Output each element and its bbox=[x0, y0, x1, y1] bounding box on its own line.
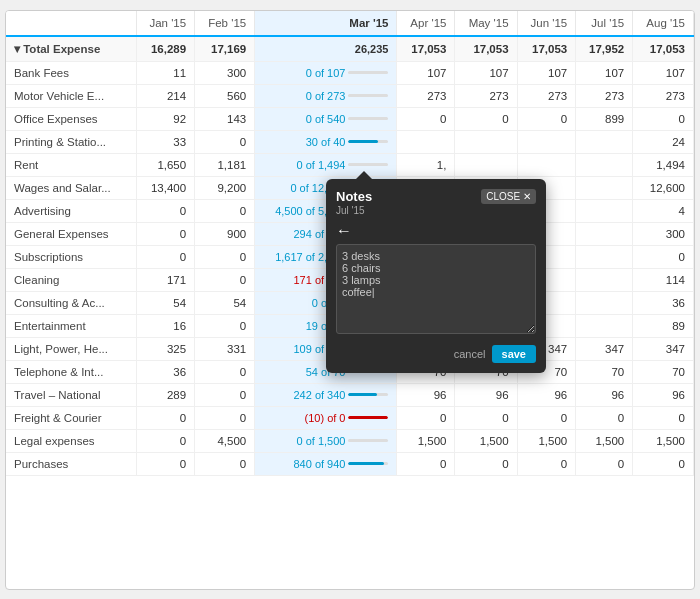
notes-date: Jul '15 bbox=[336, 205, 372, 216]
cell-jan: 36 bbox=[136, 360, 195, 383]
cell-jan: 0 bbox=[136, 452, 195, 475]
cell-feb: 4,500 bbox=[195, 429, 255, 452]
cell-may: 0 bbox=[455, 107, 517, 130]
cell-may: 0 bbox=[455, 452, 517, 475]
cell-apr: 17,053 bbox=[397, 36, 455, 62]
cell-jan: 171 bbox=[136, 268, 195, 291]
notes-header: Notes Jul '15 CLOSE ✕ bbox=[336, 189, 536, 216]
cell-aug: 24 bbox=[633, 130, 694, 153]
cell-feb: 0 bbox=[195, 452, 255, 475]
cell-aug: 273 bbox=[633, 84, 694, 107]
cell-mar[interactable]: 0 of 107 bbox=[255, 61, 397, 84]
progress-bar-fill bbox=[348, 393, 376, 396]
col-header-jun: Jun '15 bbox=[517, 11, 576, 36]
mar-value: 242 of 340 bbox=[293, 389, 345, 401]
col-header-label bbox=[6, 11, 136, 36]
cell-jul: 0 bbox=[576, 406, 633, 429]
cell-mar[interactable]: 242 of 340 bbox=[255, 383, 397, 406]
cell-aug: 300 bbox=[633, 222, 694, 245]
progress-bar-fill bbox=[348, 462, 384, 465]
cell-jan: 92 bbox=[136, 107, 195, 130]
cell-jan: 1,650 bbox=[136, 153, 195, 176]
cell-jun: 17,053 bbox=[517, 36, 576, 62]
cell-jan: 0 bbox=[136, 199, 195, 222]
cell-jul: 273 bbox=[576, 84, 633, 107]
col-header-mar: Mar '15 bbox=[255, 11, 397, 36]
cell-jul bbox=[576, 199, 633, 222]
row-label: Printing & Statio... bbox=[6, 130, 136, 153]
cell-feb: 1,181 bbox=[195, 153, 255, 176]
bar-wrap: 0 of 1,494 bbox=[263, 159, 388, 171]
cell-may: 17,053 bbox=[455, 36, 517, 62]
notes-close-button[interactable]: CLOSE ✕ bbox=[481, 189, 536, 204]
cell-aug: 12,600 bbox=[633, 176, 694, 199]
row-label: Legal expenses bbox=[6, 429, 136, 452]
bar-wrap: 30 of 40 bbox=[263, 136, 388, 148]
row-label: Travel – National bbox=[6, 383, 136, 406]
bar-wrap: 840 of 940 bbox=[263, 458, 388, 470]
cell-jun: 107 bbox=[517, 61, 576, 84]
cell-jan: 11 bbox=[136, 61, 195, 84]
cell-aug: 0 bbox=[633, 452, 694, 475]
cell-jun: 0 bbox=[517, 107, 576, 130]
cell-jul bbox=[576, 314, 633, 337]
cell-aug: 4 bbox=[633, 199, 694, 222]
cell-jul bbox=[576, 222, 633, 245]
notes-popup: Notes Jul '15 CLOSE ✕ ← 3 desks 6 chairs… bbox=[326, 179, 546, 373]
notes-textarea[interactable]: 3 desks 6 chairs 3 lamps coffee| bbox=[336, 244, 536, 334]
mar-value: (10) of 0 bbox=[305, 412, 346, 424]
bar-wrap: (10) of 0 bbox=[263, 412, 388, 424]
notes-back-arrow[interactable]: ← bbox=[336, 222, 536, 240]
cell-feb: 900 bbox=[195, 222, 255, 245]
cell-apr bbox=[397, 130, 455, 153]
cell-feb: 0 bbox=[195, 383, 255, 406]
row-label: Advertising bbox=[6, 199, 136, 222]
row-label: Office Expenses bbox=[6, 107, 136, 130]
row-label: Consulting & Ac... bbox=[6, 291, 136, 314]
cell-jan: 0 bbox=[136, 406, 195, 429]
cell-jul bbox=[576, 268, 633, 291]
cell-feb: 54 bbox=[195, 291, 255, 314]
cell-feb: 0 bbox=[195, 130, 255, 153]
cell-jul: 17,952 bbox=[576, 36, 633, 62]
notes-save-button[interactable]: save bbox=[492, 345, 536, 363]
mar-value: 26,235 bbox=[355, 43, 389, 55]
notes-cancel-button[interactable]: cancel bbox=[454, 348, 486, 360]
mar-value: 0 of 1,494 bbox=[297, 159, 346, 171]
cell-jan: 0 bbox=[136, 245, 195, 268]
cell-jan: 289 bbox=[136, 383, 195, 406]
cell-mar[interactable]: 0 of 1,500 bbox=[255, 429, 397, 452]
table-row: Legal expenses04,5000 of 1,5001,5001,500… bbox=[6, 429, 694, 452]
cell-apr: 0 bbox=[397, 107, 455, 130]
cell-jul: 1,500 bbox=[576, 429, 633, 452]
cell-may bbox=[455, 130, 517, 153]
cell-mar[interactable]: 840 of 940 bbox=[255, 452, 397, 475]
row-label: Rent bbox=[6, 153, 136, 176]
row-label: Freight & Courier bbox=[6, 406, 136, 429]
cell-mar[interactable]: 30 of 40 bbox=[255, 130, 397, 153]
table-row: ▾ Total Expense16,28917,16926,23517,0531… bbox=[6, 36, 694, 62]
cell-mar[interactable]: 0 of 1,494 bbox=[255, 153, 397, 176]
cell-jun: 0 bbox=[517, 406, 576, 429]
table-row: Office Expenses921430 of 5400008990 bbox=[6, 107, 694, 130]
cell-feb: 0 bbox=[195, 199, 255, 222]
cell-may: 96 bbox=[455, 383, 517, 406]
cell-jun bbox=[517, 130, 576, 153]
cell-jul bbox=[576, 130, 633, 153]
cell-aug: 17,053 bbox=[633, 36, 694, 62]
cell-mar[interactable]: 0 of 540 bbox=[255, 107, 397, 130]
cell-mar[interactable]: 26,235 bbox=[255, 36, 397, 62]
cell-jul: 347 bbox=[576, 337, 633, 360]
cell-apr: 0 bbox=[397, 406, 455, 429]
cell-jan: 325 bbox=[136, 337, 195, 360]
cell-aug: 107 bbox=[633, 61, 694, 84]
notes-footer: cancel save bbox=[336, 345, 536, 363]
row-label: ▾ Total Expense bbox=[6, 36, 136, 62]
cell-mar[interactable]: (10) of 0 bbox=[255, 406, 397, 429]
mar-value: 0 of 1,500 bbox=[297, 435, 346, 447]
row-label: General Expenses bbox=[6, 222, 136, 245]
cell-mar[interactable]: 0 of 273 bbox=[255, 84, 397, 107]
notes-title: Notes bbox=[336, 189, 372, 204]
cell-apr: 1, bbox=[397, 153, 455, 176]
cell-jan: 0 bbox=[136, 222, 195, 245]
